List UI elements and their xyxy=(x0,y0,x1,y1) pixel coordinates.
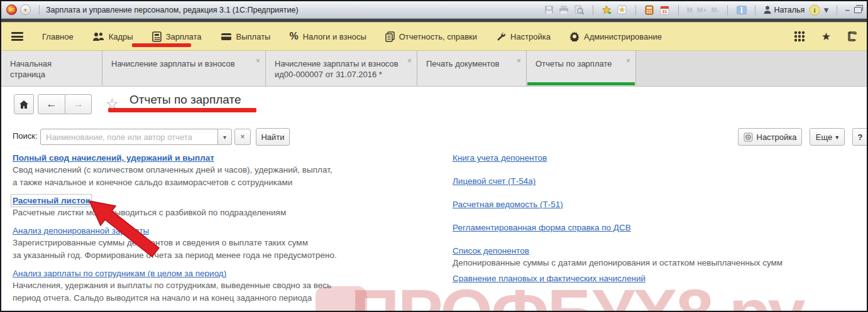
svg-text:31: 31 xyxy=(662,9,667,14)
print-preview-icon[interactable] xyxy=(574,4,585,15)
info-icon[interactable]: i xyxy=(809,4,820,15)
svg-text:i: i xyxy=(814,6,816,14)
search-dropdown-button[interactable]: ▾ xyxy=(218,129,232,145)
tab-nachalnaya-stranica[interactable]: Начальная страница xyxy=(1,51,102,86)
page-content: ПРОФБУХ8.ру ОНЛАЙН-СЕМИНАРЫ И ВИДЕОКУРСЫ… xyxy=(1,87,867,312)
service-grid-icon[interactable] xyxy=(794,31,805,42)
more-button[interactable]: Еще ▾ xyxy=(810,128,845,146)
favorites-list-icon[interactable] xyxy=(617,4,627,15)
help-button[interactable]: ? xyxy=(852,128,868,146)
calculator-icon xyxy=(152,31,162,42)
report-link-kniga-ucheta[interactable]: Книга учета депонентов xyxy=(453,152,547,164)
divider xyxy=(678,5,679,15)
divider xyxy=(837,5,837,15)
history-scroll-icon[interactable] xyxy=(847,31,857,42)
red-underline-annotation xyxy=(108,108,256,112)
report-link-reglamentirovannaya-forma[interactable]: Регламентированная форма справка по ДСВ xyxy=(453,222,631,234)
app-window: 1С ▾ Зарплата и управление персоналом, р… xyxy=(0,0,868,312)
menu-item-nastroyka[interactable]: Настройка xyxy=(496,31,551,41)
dropdown-icon: ▾ xyxy=(835,134,838,141)
section-menubar: Главное Кадры Зарплата Выплаты % Налоги … xyxy=(1,22,867,51)
report-link-polnyy-svod[interactable]: Полный свод начислений, удержаний и выпл… xyxy=(13,153,214,163)
reports-column-right: Книга учета депонентов Лицевой счет (Т-5… xyxy=(453,152,861,296)
active-tab-indicator xyxy=(527,82,635,85)
user-name: Наталья xyxy=(774,6,805,14)
close-icon[interactable]: × xyxy=(407,56,412,67)
percent-icon: % xyxy=(289,31,298,42)
menu-item-nalogi[interactable]: % Налоги и взносы xyxy=(289,31,366,42)
report-pages-icon xyxy=(385,31,395,42)
back-button[interactable]: ← xyxy=(38,94,65,114)
calculator-icon[interactable] xyxy=(644,4,655,15)
add-favorite-icon[interactable] xyxy=(602,4,612,15)
memory-m-plus-button[interactable]: M+ xyxy=(697,6,707,14)
hamburger-menu-button[interactable] xyxy=(11,32,23,41)
favorites-star-icon[interactable]: ★ xyxy=(821,30,831,43)
people-icon xyxy=(92,32,104,41)
1c-logo-icon: 1С xyxy=(6,4,17,15)
forward-button[interactable]: → xyxy=(65,94,92,114)
calendar-icon[interactable]: 31 xyxy=(659,4,670,15)
report-link-raschetnaya-vedomost[interactable]: Расчетная ведомость (Т-51) xyxy=(453,198,563,210)
settings-button[interactable]: Настройка xyxy=(738,128,802,146)
report-link-spisok-deponentov[interactable]: Список депонентов xyxy=(453,245,529,257)
print-icon[interactable] xyxy=(559,4,569,15)
menu-item-vyplaty[interactable]: Выплаты xyxy=(221,32,271,41)
divider xyxy=(635,5,636,15)
tab-nachislenie-2[interactable]: Начисление зарплаты и взносов ид00-00000… xyxy=(266,51,417,86)
report-link-analiz-zarplaty[interactable]: Анализ зарплаты по сотрудникам (в целом … xyxy=(13,269,226,278)
tab-otchety-po-zarplate[interactable]: Отчеты по зарплате × xyxy=(527,51,636,86)
red-underline-annotation xyxy=(132,43,191,47)
info-dropdown-icon[interactable]: ▾ xyxy=(824,5,828,14)
wrench-icon xyxy=(496,31,506,41)
menu-item-administrirovanie[interactable]: Администрирование xyxy=(569,31,662,41)
tab-nachislenie-1[interactable]: Начисление зарплаты и взносов × xyxy=(102,51,266,86)
report-link-analiz-deponirovannoy[interactable]: Анализ депонированной зарплаты xyxy=(13,226,149,235)
report-link-raschetnyy-listok[interactable]: Расчетный листок xyxy=(13,196,90,205)
tab-pechat-dokumentov[interactable]: Печать документов × xyxy=(417,51,527,86)
memory-m-minus-button[interactable]: M- xyxy=(711,6,720,14)
menu-item-zarplata[interactable]: Зарплата xyxy=(152,31,202,42)
divider xyxy=(593,5,593,15)
gear-icon xyxy=(569,31,580,41)
memory-m-button[interactable]: M xyxy=(687,6,693,14)
save-icon[interactable] xyxy=(544,4,554,15)
close-icon[interactable]: × xyxy=(517,56,521,67)
close-icon[interactable]: × xyxy=(626,56,630,67)
card-icon xyxy=(221,33,232,41)
search-input[interactable] xyxy=(40,129,218,145)
split-window-icon[interactable] xyxy=(736,4,747,15)
home-button[interactable] xyxy=(14,94,34,114)
minimize-button[interactable]: – xyxy=(845,5,850,14)
titlebar: 1С ▾ Зарплата и управление персоналом, р… xyxy=(1,1,867,19)
close-icon[interactable]: × xyxy=(256,56,260,67)
find-button[interactable]: Найти xyxy=(256,128,290,146)
restore-window-button[interactable] xyxy=(854,7,862,13)
menu-item-otchetnost[interactable]: Отчетность, справки xyxy=(385,31,477,42)
divider xyxy=(727,5,728,15)
report-link-sravnenie-nachisleniy[interactable]: Сравнение плановых и фактических начисле… xyxy=(453,272,646,284)
search-label: Поиск: xyxy=(13,131,38,141)
settings-icon xyxy=(744,132,753,142)
page-title: Отчеты по зарплате xyxy=(129,93,241,107)
search-clear-button[interactable]: × xyxy=(234,129,251,145)
reports-column-left: Полный свод начислений, удержаний и выпл… xyxy=(13,152,431,310)
main-menu-button[interactable]: ▾ xyxy=(20,4,31,15)
menu-item-kadry[interactable]: Кадры xyxy=(92,32,133,41)
current-user[interactable]: Наталья xyxy=(764,6,805,14)
divider xyxy=(755,5,755,15)
divider xyxy=(39,5,40,15)
user-icon xyxy=(764,6,771,14)
hamburger-icon xyxy=(11,32,23,41)
menu-item-glavnoe[interactable]: Главное xyxy=(42,32,74,41)
window-title: Зарплата и управление персоналом, редакц… xyxy=(46,6,299,14)
report-link-licevoy-schet[interactable]: Лицевой счет (Т-54а) xyxy=(453,175,536,187)
home-icon xyxy=(19,100,29,109)
tab-bar: Начальная страница Начисление зарплаты и… xyxy=(1,51,867,87)
